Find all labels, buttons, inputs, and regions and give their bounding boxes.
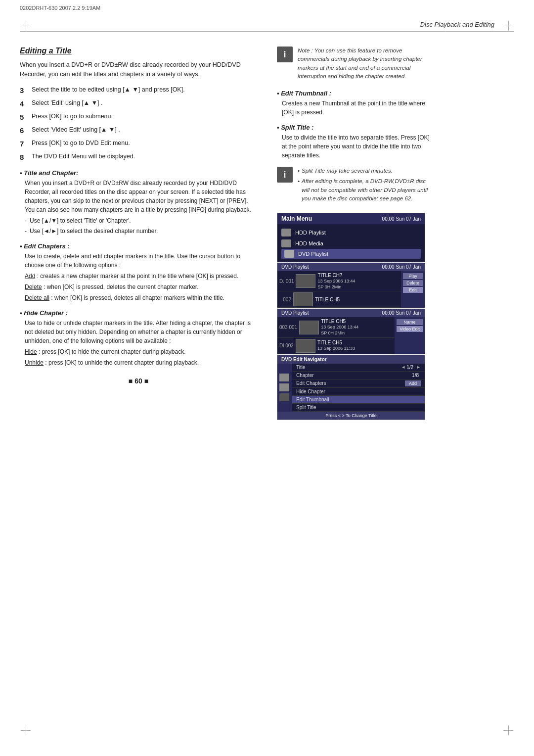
dvd-row-2-title: TITLE CH5	[315, 296, 399, 303]
dvd-main-menu-title: Main Menu	[281, 215, 312, 222]
dvd-nav-edit-chapters-label: Edit Chapters	[296, 380, 405, 386]
step-4: 4 Select 'Edit' using [▲ ▼] .	[20, 98, 257, 109]
dvd-edit-btn[interactable]: Edit	[403, 287, 423, 293]
option-unhide-label: Unhide	[25, 359, 44, 366]
dvd-nav-title-label: Title	[296, 365, 401, 370]
step-7-text: Press [OK] to go to DVD Edit menu.	[32, 139, 257, 149]
dvd-nav-add-btn[interactable]: Add	[405, 380, 421, 386]
dvd-video-edit-btn[interactable]: Video Edit	[397, 326, 423, 332]
option-add-label: Add	[25, 273, 35, 280]
dvd-2-row-1-title: TITLE CH5	[321, 318, 393, 325]
step-7-num: 7	[20, 139, 28, 149]
dvd-playlist-row-2: 002 TITLE CH5	[277, 291, 401, 308]
dvd-nav-title-arrows: ◄ 1/2 ►	[401, 365, 421, 370]
dvd-playlist-2-time: 00:00 Sun 07 Jan	[382, 310, 421, 316]
bullet-hide-chapter-body: Use to hide or unhide chapter markers in…	[20, 319, 257, 367]
dvd-icon-dvd-playlist	[284, 250, 294, 258]
dvd-nav-chapter-value: 1/8	[412, 373, 419, 378]
right-column: i Note : You can use this feature to rem…	[272, 47, 430, 420]
dvd-delete-btn[interactable]: Delete	[403, 280, 423, 286]
right-bullet-split-title-body: Use to divide the title into two separat…	[277, 133, 430, 160]
step-3-text: Select the title to be edited using [▲ ▼…	[32, 85, 257, 95]
dvd-nav-row-split-title: Split Title	[292, 404, 425, 412]
step-5-num: 5	[20, 112, 28, 122]
step-3: 3 Select the title to be edited using [▲…	[20, 85, 257, 95]
dvd-thumb-1	[296, 274, 315, 288]
left-column: Editing a Title When you insert a DVD+R …	[20, 47, 257, 420]
dvd-nav-edit-thumbnail-label: Edit Thumbnail	[296, 397, 421, 402]
dvd-nav-rows: Title ◄ 1/2 ► Chapter 1/8 Ed	[292, 364, 425, 412]
bullet-title-chapter: Title and Chapter: When you insert a DVD…	[20, 169, 257, 236]
dvd-thumb-2	[293, 292, 313, 306]
bullet-hide-chapter-title: Hide Chapter :	[20, 309, 257, 317]
bullet-hide-chapter: Hide Chapter : Use to hide or unhide cha…	[20, 309, 257, 367]
dvd-2-row-1-num: 003 001	[279, 325, 297, 330]
step-6: 6 Select 'Video Edit' using [▲ ▼] .	[20, 125, 257, 136]
step-8-num: 8	[20, 152, 28, 162]
crosshair-bl	[21, 725, 31, 735]
bullet-title-chapter-title: Title and Chapter:	[20, 169, 257, 177]
warning-bullet-1: Split Title may take several minutes.	[298, 167, 430, 175]
dvd-2-row-1-date: 13 Sep 2006 13:44	[321, 325, 393, 331]
step-8: 8 The DVD Edit Menu will be displayed.	[20, 152, 257, 162]
warning-icon: i	[277, 167, 293, 183]
main-content: Editing a Title When you insert a DVD+R …	[0, 32, 534, 440]
right-bullet-split-title: Split Title : Use to divide the title in…	[277, 124, 430, 160]
bullet-edit-chapters: Edit Chapters : Use to create, delete an…	[20, 242, 257, 302]
dvd-main-menu-time: 00:00 Sun 07 Jan	[382, 216, 421, 222]
dvd-2-row-2-date: 13 Sep 2006 11:33	[317, 346, 393, 352]
dvd-nav-chapter-label: Chapter	[296, 373, 412, 378]
dvd-playlist-2-title: DVD Playlist	[281, 310, 309, 316]
right-bullet-edit-thumbnail-body: Creates a new Thumbnail at the point in …	[277, 99, 430, 117]
page-number-text: ■ 60 ■	[129, 377, 148, 385]
dvd-name-btn[interactable]: Name	[397, 319, 423, 325]
dvd-playlist-1-time: 00:00 Sun 07 Jan	[382, 264, 421, 270]
dvd-row-2-num: 002	[279, 297, 291, 302]
dvd-edit-nav-header: DVD Edit Navigator	[277, 355, 425, 364]
dvd-nav-row-title: Title ◄ 1/2 ►	[292, 364, 425, 372]
intro-text: When you insert a DVD+R or DVD±RW disc a…	[20, 60, 257, 79]
dvd-edit-nav-content: Title ◄ 1/2 ► Chapter 1/8 Ed	[277, 364, 425, 412]
dvd-playlist-1-rows: D. 001 TITLE CH7 13 Sep 2006 13:44 SP 0H…	[277, 271, 401, 308]
dvd-main-menu: Main Menu 00:00 Sun 07 Jan	[277, 213, 425, 224]
sub-bullet-1: Use [▲/▼] to select 'Title' or 'Chapter'…	[20, 216, 257, 225]
dvd-menu-hdd-playlist-label: HDD Playlist	[295, 230, 326, 236]
dvd-playlist-panel-2: DVD Playlist 00:00 Sun 07 Jan 003 001 TI…	[277, 309, 425, 354]
right-bullet-edit-thumbnail-title: Edit Thumbnail :	[277, 90, 430, 97]
dvd-nav-icon-1	[279, 374, 289, 381]
dvd-icon-hdd-media	[281, 239, 291, 247]
dvd-playlist-row-1: D. 001 TITLE CH7 13 Sep 2006 13:44 SP 0H…	[277, 271, 401, 291]
right-bullet-split-title-title: Split Title :	[277, 124, 430, 131]
header: 0202DRHT-630 2007.2.2 9:19AM	[0, 0, 534, 11]
dvd-nav-row-chapter: Chapter 1/8	[292, 372, 425, 379]
dvd-nav-prev-arr: ◄	[401, 365, 405, 370]
dvd-nav-hide-chapter-label: Hide Chapter	[296, 389, 421, 394]
dvd-menu-item-hdd-playlist: HDD Playlist	[281, 227, 421, 238]
step-5-text: Press [OK] to go to submenu.	[32, 112, 257, 122]
warning-bullet-2: After editing is complete, a DVD-RW,DVD±…	[298, 177, 430, 203]
right-bullet-edit-thumbnail: Edit Thumbnail : Creates a new Thumbnail…	[277, 90, 430, 117]
dvd-playlist-1-content: D. 001 TITLE CH7 13 Sep 2006 13:44 SP 0H…	[277, 271, 425, 308]
dvd-nav-icon-3	[279, 393, 289, 401]
page-number: ■ 60 ■	[20, 377, 257, 385]
section-title: Disc Playback and Editing	[20, 11, 514, 32]
note-box: i Note : You can use this feature to rem…	[277, 47, 430, 81]
warning-note: i Split Title may take several minutes. …	[277, 167, 430, 205]
dvd-nav-row-hide-chapter: Hide Chapter	[292, 388, 425, 396]
step-4-text: Select 'Edit' using [▲ ▼] .	[32, 98, 257, 109]
dvd-playlist-header-1: DVD Playlist 00:00 Sun 07 Jan	[277, 263, 425, 271]
dvd-playlist-1-title: DVD Playlist	[281, 264, 309, 270]
dvd-play-btn[interactable]: Play	[403, 273, 423, 279]
dvd-nav-split-title-label: Split Title	[296, 405, 421, 410]
dvd-ui-screenshot: Main Menu 00:00 Sun 07 Jan HDD Playlist …	[277, 213, 425, 420]
dvd-menu-item-hdd-media: HDD Media	[281, 238, 421, 249]
page-title: Editing a Title	[20, 47, 257, 55]
step-3-num: 3	[20, 85, 28, 95]
dvd-playlist-header-2: DVD Playlist 00:00 Sun 07 Jan	[277, 309, 425, 317]
dvd-row-1-info: TITLE CH7 13 Sep 2006 13:44 SP 0H 2Min	[317, 272, 399, 290]
bullet-title-chapter-body: When you insert a DVD+R or DVD±RW disc a…	[20, 179, 257, 214]
dvd-nav-side-icons	[277, 364, 292, 412]
note-icon: i	[277, 47, 293, 62]
dvd-row-1-quality: SP 0H 2Min	[317, 284, 399, 290]
dvd-2-row-2-title: TITLE CH5	[317, 339, 393, 346]
